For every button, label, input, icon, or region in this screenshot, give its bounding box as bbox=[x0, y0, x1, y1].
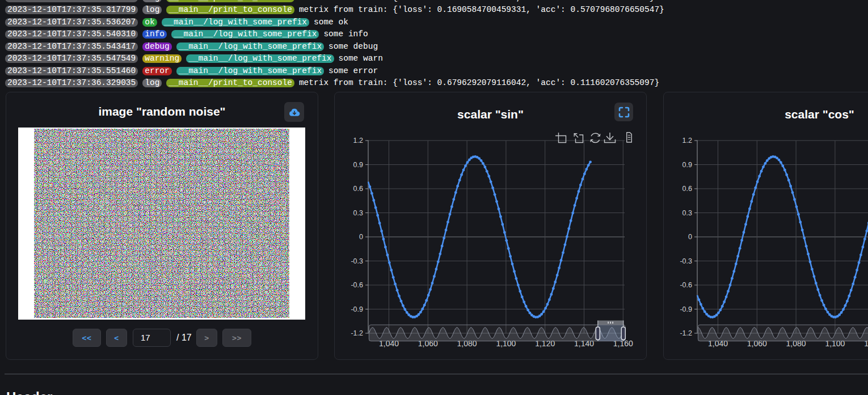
svg-text:-0.6: -0.6 bbox=[351, 281, 363, 289]
svg-text:-0.6: -0.6 bbox=[680, 281, 692, 289]
svg-text:-1.2: -1.2 bbox=[351, 329, 363, 337]
svg-text:1.2: 1.2 bbox=[353, 137, 363, 145]
svg-text:0.9: 0.9 bbox=[682, 161, 692, 169]
svg-text:-0.9: -0.9 bbox=[680, 305, 692, 313]
svg-text:-0.3: -0.3 bbox=[680, 257, 692, 265]
svg-text:0.3: 0.3 bbox=[353, 209, 363, 217]
svg-text:0: 0 bbox=[688, 233, 692, 241]
svg-text:-1.2: -1.2 bbox=[680, 329, 692, 337]
svg-text:1.2: 1.2 bbox=[682, 137, 692, 145]
svg-text:0.6: 0.6 bbox=[353, 185, 363, 193]
svg-text:-0.9: -0.9 bbox=[351, 305, 363, 313]
svg-text:0: 0 bbox=[359, 233, 363, 241]
svg-text:0.9: 0.9 bbox=[353, 161, 363, 169]
svg-text:-0.3: -0.3 bbox=[351, 257, 363, 265]
svg-text:0.3: 0.3 bbox=[682, 209, 692, 217]
svg-text:0.6: 0.6 bbox=[682, 185, 692, 193]
